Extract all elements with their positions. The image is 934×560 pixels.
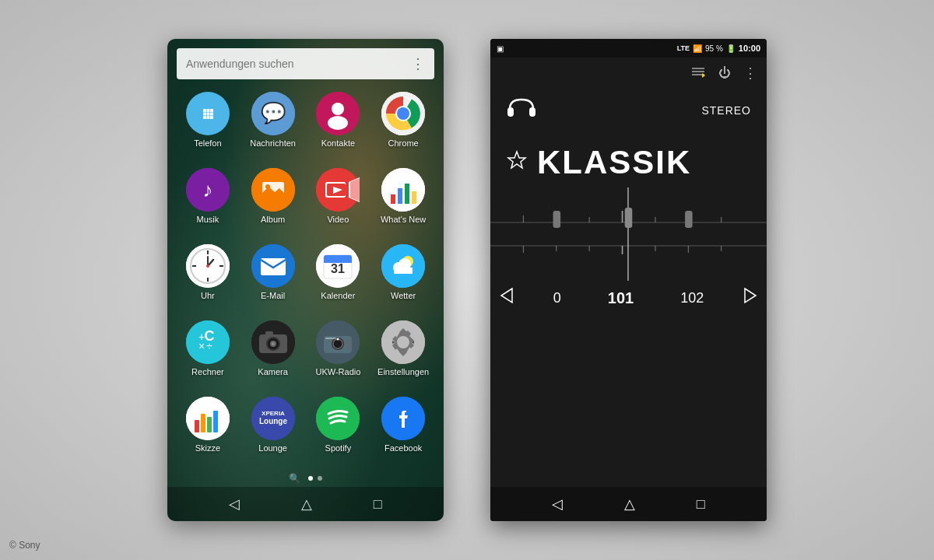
phone2-recent-button[interactable]: □: [697, 496, 705, 513]
app-label-lounge: Lounge: [258, 443, 287, 453]
app-label-kalender: Kalender: [321, 291, 355, 300]
freq-next-button[interactable]: [737, 287, 764, 309]
app-kontakte[interactable]: Kontakte: [306, 92, 371, 156]
phone2-home-button[interactable]: △: [624, 495, 635, 513]
app-icon-ukw: [316, 320, 360, 364]
app-icon-video: [316, 168, 360, 212]
app-telefon[interactable]: Telefon: [175, 92, 241, 156]
app-whatsnew[interactable]: What's New: [370, 168, 436, 232]
svg-rect-33: [391, 194, 395, 204]
svg-text:31: 31: [331, 262, 345, 275]
app-icon-spotify: [316, 397, 360, 440]
back-button[interactable]: ◁: [229, 495, 240, 513]
phone2-radio: ▣ LTE 📶 95 % 🔋 10:00 ⏻ ⋮: [490, 39, 767, 521]
home-button[interactable]: △: [301, 495, 312, 513]
app-email[interactable]: E-Mail: [241, 244, 306, 308]
more-options-icon[interactable]: ⋮: [411, 55, 425, 72]
app-label-kamera: Kamera: [258, 367, 288, 376]
svg-marker-100: [702, 73, 705, 78]
svg-rect-69: [265, 331, 273, 336]
pag-dot-1: [308, 476, 313, 481]
svg-point-68: [272, 342, 275, 345]
svg-point-15: [328, 116, 348, 130]
headphone-icon: [506, 95, 537, 125]
app-video[interactable]: Video: [306, 168, 371, 232]
battery-icon: 🔋: [726, 44, 736, 53]
svg-point-77: [346, 340, 349, 342]
app-musik[interactable]: ♪ Musik: [175, 168, 241, 232]
freq-next-num: 102: [680, 290, 704, 306]
recent-button[interactable]: □: [374, 496, 382, 513]
time-display: 10:00: [739, 44, 760, 53]
status-bar-left: ▣: [497, 44, 504, 53]
more-options-icon[interactable]: ⋮: [743, 65, 757, 82]
status-bar-right: LTE 📶 95 % 🔋 10:00: [677, 44, 760, 53]
app-icon-facebook: [381, 397, 425, 440]
app-icon-kontakte: [316, 92, 360, 135]
svg-rect-57: [394, 268, 413, 274]
app-spotify[interactable]: Spotify: [306, 397, 371, 460]
app-icon-email: [251, 244, 295, 288]
app-lounge[interactable]: XPERIA Lounge Lounge: [241, 397, 306, 460]
app-nachrichten[interactable]: 💬 Nachrichten: [241, 92, 306, 156]
favorites-icon[interactable]: [690, 66, 706, 81]
svg-point-79: [346, 346, 349, 348]
power-icon[interactable]: ⏻: [718, 66, 731, 80]
app-icon-chrome: [381, 92, 425, 135]
app-ukw[interactable]: UKW-Radio: [306, 320, 371, 384]
svg-rect-114: [625, 208, 633, 228]
svg-point-86: [397, 336, 409, 348]
headphone-row: STEREO: [490, 89, 767, 131]
app-icon-kalender: 31: [316, 244, 360, 288]
app-rechner[interactable]: C × ÷ + Rechner: [175, 320, 241, 384]
app-label-chrome: Chrome: [388, 138, 419, 148]
app-icon-whatsnew: [381, 168, 425, 212]
svg-text:Lounge: Lounge: [259, 417, 288, 425]
phone1-nav-bar: ◁ △ □: [167, 487, 444, 521]
signal-icon: 📶: [693, 44, 702, 53]
svg-rect-8: [203, 116, 206, 119]
status-bar: ▣ LTE 📶 95 % 🔋 10:00: [490, 39, 767, 58]
app-icon-rechner: C × ÷ +: [186, 320, 230, 364]
svg-rect-102: [529, 107, 535, 117]
app-einstellungen[interactable]: Einstellungen: [370, 320, 436, 384]
app-icon-kamera: [251, 320, 295, 364]
svg-text:÷: ÷: [206, 340, 212, 352]
svg-rect-90: [207, 417, 212, 432]
svg-rect-115: [685, 211, 693, 228]
svg-point-82: [349, 346, 352, 348]
app-wetter[interactable]: Wetter: [370, 244, 436, 308]
app-icon-uhr: [186, 244, 230, 288]
svg-point-80: [349, 340, 352, 342]
search-input[interactable]: [186, 58, 411, 70]
lte-label: LTE: [677, 44, 690, 52]
stereo-label: STEREO: [701, 104, 751, 117]
app-uhr[interactable]: Uhr: [175, 244, 241, 308]
app-album[interactable]: Album: [241, 168, 306, 232]
svg-point-75: [337, 338, 339, 341]
svg-rect-6: [206, 113, 209, 116]
app-kalender[interactable]: 31 Kalender: [306, 244, 371, 308]
app-skizze[interactable]: Skizze: [175, 397, 241, 460]
app-kamera[interactable]: Kamera: [241, 320, 306, 384]
svg-point-78: [346, 343, 349, 345]
battery-text: 95 %: [705, 44, 723, 53]
svg-rect-5: [203, 113, 206, 116]
svg-rect-36: [412, 191, 416, 204]
svg-rect-88: [195, 420, 199, 432]
svg-point-19: [397, 107, 409, 120]
search-bar[interactable]: ⋮: [177, 48, 434, 79]
freq-numbers: 0 101 102: [553, 289, 704, 307]
app-chrome[interactable]: Chrome: [370, 92, 436, 156]
phone2-back-button[interactable]: ◁: [552, 495, 563, 513]
app-label-album: Album: [261, 215, 285, 224]
pag-dot-2: [318, 476, 322, 481]
app-icon-skizze: [186, 397, 230, 440]
app-facebook[interactable]: Facebook: [370, 397, 436, 460]
favorite-star-icon[interactable]: [506, 149, 528, 176]
svg-text:+: +: [198, 331, 205, 343]
svg-rect-76: [325, 338, 336, 339]
freq-current-num: 101: [608, 289, 634, 307]
freq-prev-button[interactable]: [493, 287, 520, 309]
svg-point-32: [381, 168, 425, 212]
